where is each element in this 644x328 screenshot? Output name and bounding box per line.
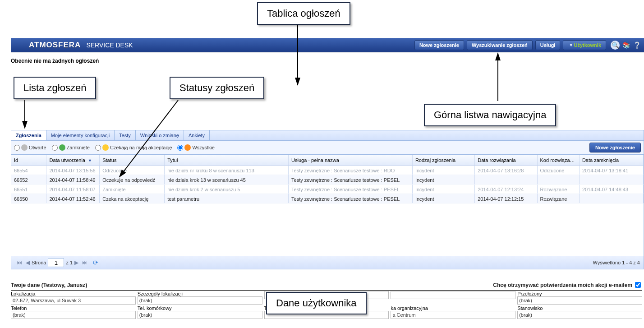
col-title[interactable]: Tytuł (165, 155, 289, 165)
cell: 2014-04-07 13:16:28 (475, 166, 537, 175)
pager-page-input[interactable] (48, 258, 64, 267)
pager-summary: Wyświetlono 1 - 4 z 4 (593, 260, 640, 265)
filter-all-label: Wszystkie (192, 145, 215, 150)
pager-of-label: z 1 (66, 260, 73, 265)
announcements-text: Obecnie nie ma żadnych ogłoszeń (11, 58, 644, 64)
cell: Incydent (413, 166, 475, 175)
filter-all[interactable]: Wszystkie (177, 144, 215, 151)
cell (580, 194, 644, 203)
org-label: ka organizacyjna (391, 305, 515, 311)
cell: Oczekuje na odpowiedź (100, 175, 165, 184)
star-icon (184, 144, 191, 151)
table-row[interactable]: 665542014-04-07 13:15:56Odrzuconenie dzi… (11, 166, 644, 175)
cell: 66552 (11, 175, 46, 184)
app-name: SERVICE DESK (86, 42, 133, 49)
tab-tickets[interactable]: Zgłoszenia (11, 130, 46, 140)
mob-label: Tel. komórkowy (138, 305, 262, 311)
cell: nie działa krok 13 w scenariuszu 45 (165, 175, 289, 184)
cell (475, 175, 537, 184)
filter-awaiting[interactable]: Czekają na moją akceptację (95, 144, 172, 151)
help-icon[interactable]: ❔ (632, 41, 641, 50)
cell: 66554 (11, 166, 46, 175)
locdet-value: (brak) (138, 296, 262, 305)
loc-label: Lokalizacja (11, 291, 136, 296)
global-search-icon[interactable]: 🔍 (611, 41, 620, 50)
tab-my-ci[interactable]: Moje elementy konfiguracji (46, 130, 115, 140)
org-value: a Centrum (391, 311, 515, 319)
cell: Czeka na akceptację (100, 194, 165, 203)
col-created[interactable]: Data utworzenia ▼ (46, 155, 100, 165)
sup-value: (brak) (517, 296, 642, 305)
filter-closed-label: Zamknięte (67, 145, 90, 150)
sup-label: Przełożony (517, 291, 642, 296)
pos-label: Stanowisko (517, 305, 642, 311)
mob-value: (brak) (138, 311, 262, 319)
email-opt-checkbox[interactable] (635, 282, 641, 288)
col-service[interactable]: Usługa - pełna nazwa (289, 155, 413, 165)
col-created-label: Data utworzenia (49, 157, 85, 163)
callout-announcements: Tablica ogłoszeń (257, 2, 350, 25)
cell: 2014-04-07 11:52:46 (46, 194, 100, 203)
col-resolved[interactable]: Data rozwiązania (475, 155, 537, 165)
callout-statuses: Statusy zgłoszeń (170, 77, 264, 99)
filter-closed[interactable]: Zamknięte (52, 144, 90, 151)
cell: Odrzucone (538, 166, 580, 175)
tel-value: (brak) (11, 311, 136, 319)
cell: 2014-04-07 14:48:43 (580, 185, 644, 194)
pager-refresh-icon[interactable]: ⟳ (93, 259, 98, 266)
tab-surveys[interactable]: Ankiety (184, 130, 210, 140)
col-status[interactable]: Status (100, 155, 165, 165)
cell: Testy zewnętrzne : Scenariusze testowe :… (289, 166, 413, 175)
cell: Odrzucone (100, 166, 165, 175)
col-id[interactable]: Id (11, 155, 46, 165)
col-closed[interactable]: Data zamknięcia (580, 155, 644, 165)
sort-desc-icon: ▼ (88, 158, 92, 163)
pager-prev-icon[interactable]: ◀ (26, 259, 30, 266)
cell: Testy zewnętrzne : Scenariusze testowe :… (289, 194, 413, 203)
search-tickets-button[interactable]: Wyszukiwanie zgłoszeń (467, 40, 533, 50)
check-icon (59, 144, 65, 151)
tickets-grid: Id Data utworzenia ▼ Status Tytuł Usługa… (11, 155, 644, 269)
cell (538, 175, 580, 184)
callout-ticket-list: Lista zgłoszeń (14, 77, 96, 99)
filter-open[interactable]: Otwarte (14, 144, 46, 151)
filter-awaiting-label: Czekają na moją akceptację (110, 145, 172, 150)
table-row[interactable]: 665502014-04-07 11:52:46Czeka na akcepta… (11, 194, 644, 203)
cell: 2014-04-07 12:12:15 (475, 194, 537, 203)
cell: Rozwiązane (538, 185, 580, 194)
locdet-label: Szczegóły lokalizacji (138, 291, 262, 296)
warning-icon (102, 144, 109, 151)
tab-changes[interactable]: Wnioski o zmianę (136, 130, 184, 140)
filter-open-label: Otwarte (29, 145, 46, 150)
table-row[interactable]: 665522014-04-07 11:58:49Oczekuje na odpo… (11, 175, 644, 185)
new-ticket-primary-button[interactable]: Nowe zgłoszenie (589, 143, 641, 152)
cell: Testy zewnętrzne : Scenariusze testowe :… (289, 175, 413, 184)
tel-label: Telefon (11, 305, 136, 311)
knowledge-base-icon[interactable]: 📚 (621, 41, 630, 50)
cell: Incydent (413, 194, 475, 203)
user-menu-label: Użytkownik (574, 41, 601, 50)
new-ticket-button[interactable]: Nowe zgłoszenie (414, 40, 464, 50)
col-rescode[interactable]: Kod rozwiązania (538, 155, 580, 165)
grid-body: 665542014-04-07 13:15:56Odrzuconenie dzi… (11, 166, 644, 256)
pager-page-label: Strona (32, 260, 46, 265)
pager-last-icon[interactable]: ⏭ (82, 259, 87, 266)
cell: nie działa nr kroku 8 w scenariuszu 113 (165, 166, 289, 175)
pager-next-icon[interactable]: ▶ (74, 259, 78, 266)
tab-tests[interactable]: Testy (115, 130, 136, 140)
table-row[interactable]: 665512014-04-07 11:58:07Zamkniętenie dzi… (11, 185, 644, 194)
user-menu-button[interactable]: ▾ Użytkownik (563, 40, 606, 50)
col-kind[interactable]: Rodzaj zgłoszenia (413, 155, 475, 165)
cell: 2014-04-07 11:58:49 (46, 175, 100, 184)
cell: Zamknięte (100, 185, 165, 194)
cell: nie działa krok 2 w scenariuszu 5 (165, 185, 289, 194)
user-panel-title: Twoje dane (Testowy, Janusz) (11, 282, 87, 288)
email-opt-label: Chcę otrzymywać potwierdzenia moich akcj… (493, 282, 632, 288)
pager-first-icon[interactable]: ⏮ (17, 259, 22, 266)
callout-top-nav: Górna listwa nawigacyjna (424, 104, 556, 126)
cell: Rozwiązane (538, 194, 580, 203)
services-button[interactable]: Usługi (535, 40, 561, 50)
cell: test parametru (165, 194, 289, 203)
grid-header: Id Data utworzenia ▼ Status Tytuł Usługa… (11, 155, 644, 166)
cell: Incydent (413, 185, 475, 194)
